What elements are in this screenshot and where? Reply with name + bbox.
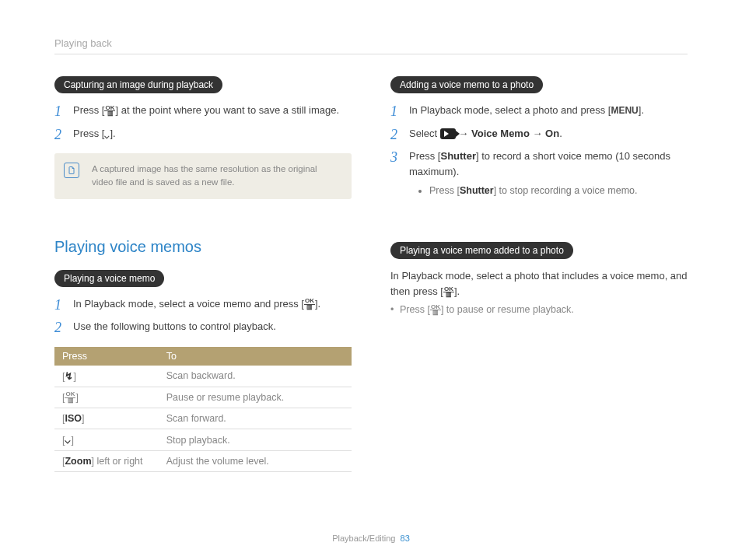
text: ] to pause or resume playback.: [441, 304, 574, 315]
zoom-label: Zoom: [65, 456, 91, 467]
text: ] to stop recording a voice memo.: [494, 185, 638, 196]
text: Select: [409, 128, 440, 139]
bracket: ]: [75, 392, 78, 403]
add-step-1: In Playback mode, select a photo and pre…: [390, 103, 688, 118]
cell: Pause or resume playback.: [159, 387, 352, 408]
arrow: →: [530, 128, 545, 139]
columns: Capturing an image during playback Press…: [54, 76, 688, 472]
shutter-label: Shutter: [440, 150, 476, 162]
menu-label: MENU: [611, 105, 638, 116]
paragraph: In Playback mode, select a photo that in…: [390, 268, 688, 299]
add-step-2: Select → Voice Memo → On.: [390, 126, 688, 142]
text: ] left or right: [92, 456, 143, 467]
text: Press [: [73, 128, 104, 139]
vm-step-2: Use the following buttons to control pla…: [54, 319, 352, 334]
table-row: [OK▥] Pause or resume playback.: [54, 387, 352, 408]
bracket: ]: [71, 435, 73, 446]
substeps: Press [Shutter] to stop recording a voic…: [409, 184, 688, 198]
table-row: [Zoom] left or right Adjust the volume l…: [54, 451, 352, 472]
steps-capturing: Press [OK▥] at the point where you want …: [54, 103, 352, 141]
page-header: Playing back: [54, 37, 688, 54]
steps-adding-memo: In Playback mode, select a photo and pre…: [390, 103, 688, 198]
text: In Playback mode, select a photo and pre…: [409, 104, 611, 116]
cell: Scan forward.: [159, 408, 352, 429]
page-footer: Playback/Editing 83: [0, 534, 742, 543]
vm-step-1: In Playback mode, select a voice memo an…: [54, 296, 352, 312]
sound-icon: [440, 128, 456, 139]
ok-icon: OK▥: [430, 305, 441, 316]
text: In Playback mode, select a voice memo an…: [73, 298, 304, 310]
th-press: Press: [54, 347, 159, 366]
bracket: ]: [73, 371, 75, 382]
section-heading: Playing voice memos: [54, 238, 352, 256]
text: ] at the point where you want to save a …: [115, 104, 339, 116]
steps-playing-memo: In Playback mode, select a voice memo an…: [54, 296, 352, 334]
text: ].: [639, 104, 644, 116]
note-icon: [64, 163, 79, 178]
ok-icon: OK▥: [443, 287, 454, 298]
voice-memo-label: Voice Memo: [471, 128, 530, 139]
ok-icon: OK▥: [65, 392, 75, 403]
iso-label: ISO: [65, 413, 82, 424]
footer-section: Playback/Editing: [332, 534, 395, 543]
right-column: Adding a voice memo to a photo In Playba…: [390, 76, 688, 472]
cap-step-2: Press [⌵].: [54, 126, 352, 142]
text: Use the following buttons to control pla…: [73, 320, 276, 332]
text: Press [: [400, 304, 430, 315]
pill-playing-photo-memo: Playing a voice memo added to a photo: [390, 242, 573, 259]
table-row: [ISO] Scan forward.: [54, 408, 352, 429]
pill-adding-memo: Adding a voice memo to a photo: [390, 76, 543, 93]
pill-capturing: Capturing an image during playback: [54, 76, 222, 93]
page-number: 83: [401, 534, 410, 543]
controls-table: Press To [↯] Scan backward. [OK▥] Pause …: [54, 347, 352, 473]
table-row: [↯] Scan backward.: [54, 366, 352, 387]
ok-icon: OK▥: [304, 299, 315, 310]
cell: Stop playback.: [159, 429, 352, 451]
left-column: Capturing an image during playback Press…: [54, 76, 352, 472]
text: ].: [454, 285, 460, 297]
cell: Scan backward.: [159, 366, 352, 387]
text: In Playback mode, select a photo that in…: [390, 270, 688, 297]
th-to: To: [159, 347, 352, 366]
pill-playing-memo: Playing a voice memo: [54, 270, 164, 287]
shutter-label: Shutter: [460, 185, 494, 196]
gray-bullet: Press [OK▥] to pause or resume playback.: [390, 304, 688, 316]
note-text: A captured image has the same resolution…: [92, 164, 317, 187]
flash-icon: ↯: [65, 371, 73, 382]
on-label: On: [545, 128, 559, 139]
text: ].: [110, 128, 115, 139]
text: Press [: [429, 185, 460, 196]
table-row: [⌵] Stop playback.: [54, 429, 352, 451]
text: .: [559, 128, 562, 139]
sub-item: Press [Shutter] to stop recording a voic…: [429, 184, 688, 198]
bracket: ]: [82, 413, 84, 424]
cell: Adjust the volume level.: [159, 451, 352, 472]
text: Press [: [409, 150, 440, 162]
ok-icon: OK▥: [104, 106, 115, 117]
text: ].: [315, 298, 320, 310]
note-box: A captured image has the same resolution…: [54, 153, 352, 199]
add-step-3: Press [Shutter] to record a short voice …: [390, 149, 688, 198]
text: Press [: [73, 104, 104, 116]
cap-step-1: Press [OK▥] at the point where you want …: [54, 103, 352, 118]
